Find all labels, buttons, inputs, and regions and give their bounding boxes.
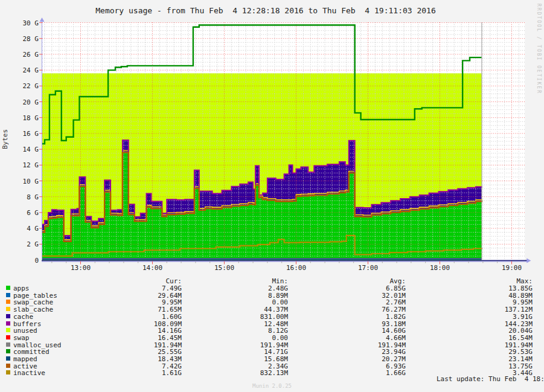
legend-swatch-active [6,364,10,368]
x-tick-label: 17:00 [350,264,386,272]
munin-memory-graph: Memory usage - from Thu Feb 4 12:28:18 2… [0,0,544,392]
y-tick-label: 12 G [0,161,39,169]
y-tick-label: 14 G [0,146,39,153]
y-tick-label: 30 G [0,19,39,27]
y-tick-label: 26 G [0,51,39,59]
x-tick-label: 15:00 [206,264,242,272]
y-tick-label: 2 G [0,240,39,248]
legend-swatch-inactive [6,370,10,374]
legend-swatch-vmalloc_used [6,342,10,347]
x-tick-label: 14:00 [134,264,170,272]
legend-swatch-committed [6,349,10,353]
y-tick-label: 8 G [0,193,39,201]
y-tick-label: 18 G [0,114,39,122]
legend-swatch-buffers [6,321,10,326]
y-tick-label: 16 G [0,130,39,138]
y-tick-label: 10 G [0,178,39,185]
legend-cur-value: 1.61G [85,369,182,377]
legend-swatch-unused [6,328,10,332]
legend-swatch-cache [6,314,10,318]
y-tick-label: 6 G [0,209,39,217]
legend-swatch-swap_cache [6,300,10,304]
legend-swatch-page_tables [6,293,10,297]
legend-swatch-swap [6,335,10,339]
legend-swatch-slab_cache [6,307,10,311]
y-tick-label: 22 G [0,82,39,90]
munin-version: Munin 2.0.25 [0,383,544,389]
y-tick-label: 20 G [0,98,39,106]
legend-min-value: 832.13M [191,369,288,377]
y-tick-label: 24 G [0,66,39,74]
last-update: Last update: Thu Feb 4 18:35:22 2016 [437,375,533,383]
x-tick-label: 16:00 [278,264,314,272]
x-tick-label: 13:00 [62,264,98,272]
legend-swatch-apps [6,286,10,290]
y-tick-label: 0 [0,257,39,265]
x-tick-label: 19:00 [493,264,530,272]
legend-label: inactive [13,369,45,377]
legend-avg-value: 1.66G [309,369,406,377]
y-tick-label: 4 G [0,225,39,233]
y-tick-label: 28 G [0,35,39,43]
x-tick-label: 18:00 [421,264,458,272]
legend-swatch-mapped [6,356,10,361]
